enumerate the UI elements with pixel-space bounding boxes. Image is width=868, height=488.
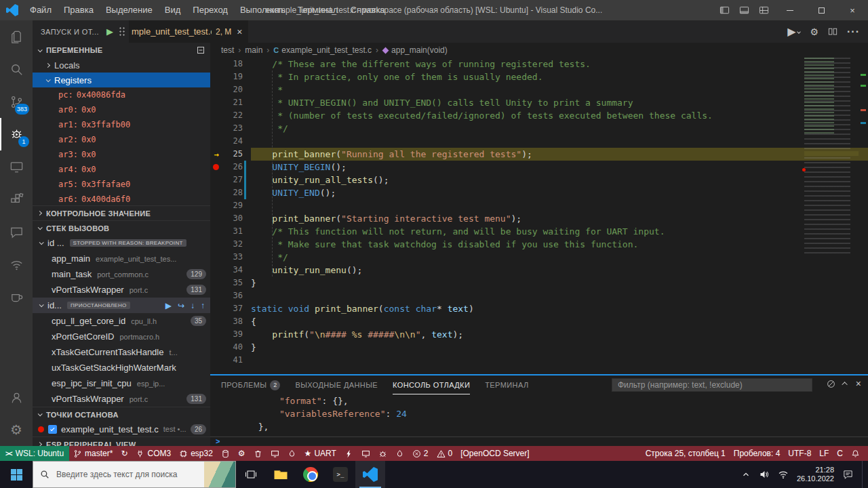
search-highlight-image[interactable] bbox=[204, 462, 235, 487]
extensions-icon[interactable] bbox=[0, 183, 33, 216]
breakpoint-gutter[interactable] bbox=[210, 135, 222, 148]
menu-item[interactable]: Файл bbox=[24, 0, 58, 20]
debug-console-input[interactable]: > bbox=[210, 436, 868, 445]
breakpoint-gutter[interactable] bbox=[210, 96, 222, 109]
breakpoint-gutter[interactable] bbox=[210, 212, 222, 225]
search-icon[interactable] bbox=[0, 53, 33, 85]
taskbar-app-terminal[interactable]: >_ bbox=[326, 461, 355, 488]
language-mode[interactable]: C bbox=[833, 446, 847, 461]
code-line[interactable]: 20 * bbox=[210, 83, 868, 96]
esp-device-target[interactable]: esp32 bbox=[175, 446, 217, 461]
breakpoint-gutter[interactable] bbox=[210, 354, 222, 367]
minimap[interactable] bbox=[804, 58, 859, 254]
sync[interactable]: ↻ bbox=[117, 446, 132, 461]
start-button[interactable] bbox=[0, 461, 33, 488]
git-branch[interactable]: master* bbox=[69, 446, 117, 461]
breakpoint-gutter[interactable] bbox=[210, 238, 222, 251]
panel-tab[interactable]: ТЕРМИНАЛ bbox=[485, 375, 528, 394]
source-control-icon[interactable]: 383 bbox=[0, 85, 33, 118]
show-desktop-button[interactable] bbox=[862, 461, 865, 488]
code-line[interactable]: 33 */ bbox=[210, 251, 868, 264]
breakpoint-gutter[interactable] bbox=[210, 109, 222, 122]
code-line[interactable]: 30 print_banner("Starting interactive te… bbox=[210, 212, 868, 225]
encoding[interactable]: UTF-8 bbox=[784, 446, 815, 461]
code-line[interactable]: 23 */ bbox=[210, 122, 868, 135]
scope-row-registers[interactable]: Registers bbox=[33, 73, 210, 87]
collapse-all-icon[interactable] bbox=[197, 46, 205, 54]
speaker-icon[interactable] bbox=[759, 469, 770, 480]
register-row[interactable]: ar4:0x0 bbox=[33, 162, 210, 177]
breakpoint-gutter[interactable] bbox=[210, 302, 222, 315]
clear-console-icon[interactable] bbox=[827, 380, 835, 388]
register-row[interactable]: ar3:0x0 bbox=[33, 147, 210, 162]
panel-tab[interactable]: ПРОБЛЕМЫ2 bbox=[221, 375, 280, 394]
problems-warnings[interactable]: 0 bbox=[433, 446, 457, 461]
esp-flash[interactable] bbox=[283, 446, 300, 461]
problems-errors[interactable]: 2 bbox=[408, 446, 433, 461]
settings-gear-icon[interactable]: ⚙ bbox=[0, 413, 33, 446]
notifications[interactable] bbox=[847, 446, 864, 461]
account-icon[interactable] bbox=[0, 381, 33, 413]
minimize-button[interactable] bbox=[774, 0, 806, 20]
explorer-icon[interactable] bbox=[0, 20, 33, 53]
breakpoint-gutter[interactable] bbox=[210, 161, 222, 174]
more-actions-icon[interactable]: ··· bbox=[847, 26, 860, 38]
breakpoint-gutter[interactable] bbox=[210, 174, 222, 186]
stack-frame[interactable]: xPortGetCoreIDportmacro.h bbox=[33, 329, 210, 344]
remote-indicator[interactable]: >< WSL: Ubuntu bbox=[0, 446, 69, 461]
chat-icon[interactable] bbox=[0, 216, 33, 248]
breadcrumb-item[interactable]: Cexample_unit_test_test.c bbox=[273, 45, 372, 55]
wifi-icon[interactable] bbox=[0, 248, 33, 281]
breadcrumb-item[interactable]: app_main(void) bbox=[382, 45, 448, 55]
maximize-panel-icon[interactable] bbox=[842, 382, 847, 387]
breakpoint-gutter[interactable]: → bbox=[210, 148, 222, 161]
code-line[interactable]: 40} bbox=[210, 341, 868, 354]
code-line[interactable]: 26 UNITY_BEGIN(); bbox=[210, 161, 868, 174]
esp-monitor-device[interactable] bbox=[357, 446, 374, 461]
menu-item[interactable]: Вид bbox=[159, 0, 187, 20]
tab-close-icon[interactable]: × bbox=[237, 27, 242, 37]
customize-layout-icon[interactable] bbox=[759, 5, 769, 16]
openocd-server[interactable]: [OpenOCD Server] bbox=[456, 446, 533, 461]
breadcrumb-item[interactable]: test bbox=[221, 45, 234, 55]
code-line[interactable]: 32 * Make sure that task watchdog is dis… bbox=[210, 238, 868, 251]
menu-item[interactable]: Выделение bbox=[100, 0, 159, 20]
taskbar-search[interactable] bbox=[33, 461, 236, 488]
breakpoint-checkbox[interactable] bbox=[48, 425, 57, 434]
code-line[interactable]: 31 /* This function will not return, and… bbox=[210, 225, 868, 238]
breakpoint-gutter[interactable] bbox=[210, 341, 222, 354]
close-button[interactable]: × bbox=[837, 0, 868, 20]
stack-frame[interactable]: vPortTaskWrapperport.c131 bbox=[33, 282, 210, 298]
code-line[interactable]: 28 UNITY_END(); bbox=[210, 186, 868, 199]
debug-console-filter-input[interactable] bbox=[612, 378, 812, 392]
debug-toolbar-grip[interactable] bbox=[119, 26, 126, 37]
code-line[interactable]: 27 unity_run_all_tests(); bbox=[210, 174, 868, 186]
continue-icon[interactable]: ▶ bbox=[165, 301, 172, 310]
taskbar-app-explorer[interactable] bbox=[266, 461, 296, 488]
task-view-button[interactable] bbox=[236, 461, 266, 488]
run-or-debug-icon[interactable]: ▶ bbox=[787, 25, 800, 38]
esp-flash-method[interactable]: ★UART bbox=[300, 446, 340, 461]
breakpoint-gutter[interactable] bbox=[210, 277, 222, 289]
stack-frame[interactable]: main_taskport_common.c129 bbox=[33, 266, 210, 282]
tray-chevron-up-icon[interactable] bbox=[741, 470, 751, 479]
esp-menuconfig[interactable]: ⚙ bbox=[234, 446, 250, 461]
code-line[interactable]: 29 bbox=[210, 199, 868, 212]
esp-build[interactable] bbox=[217, 446, 234, 461]
taskbar-app-vscode[interactable] bbox=[355, 461, 385, 488]
register-row[interactable]: ar5:0x3ffafae0 bbox=[33, 177, 210, 192]
code-line[interactable]: 18 /* These are the different ways of ru… bbox=[210, 58, 868, 70]
split-editor-icon[interactable] bbox=[828, 27, 837, 37]
remote-explorer-icon[interactable] bbox=[0, 150, 33, 183]
breakpoint-gutter[interactable] bbox=[210, 186, 222, 199]
code-editor[interactable]: 18 /* These are the different ways of ru… bbox=[210, 58, 868, 374]
breakpoint-gutter[interactable] bbox=[210, 225, 222, 238]
cursor-position[interactable]: Строка 25, столбец 1 bbox=[642, 446, 730, 461]
taskbar-app-chrome[interactable] bbox=[296, 461, 326, 488]
register-row[interactable]: pc:0x40086fda bbox=[33, 87, 210, 102]
breakpoint-gutter[interactable] bbox=[210, 122, 222, 135]
breakpoints-section-header[interactable]: ТОЧКИ ОСТАНОВА bbox=[33, 407, 210, 422]
eol[interactable]: LF bbox=[815, 446, 833, 461]
maximize-button[interactable] bbox=[806, 0, 837, 20]
network-icon[interactable] bbox=[778, 469, 789, 480]
